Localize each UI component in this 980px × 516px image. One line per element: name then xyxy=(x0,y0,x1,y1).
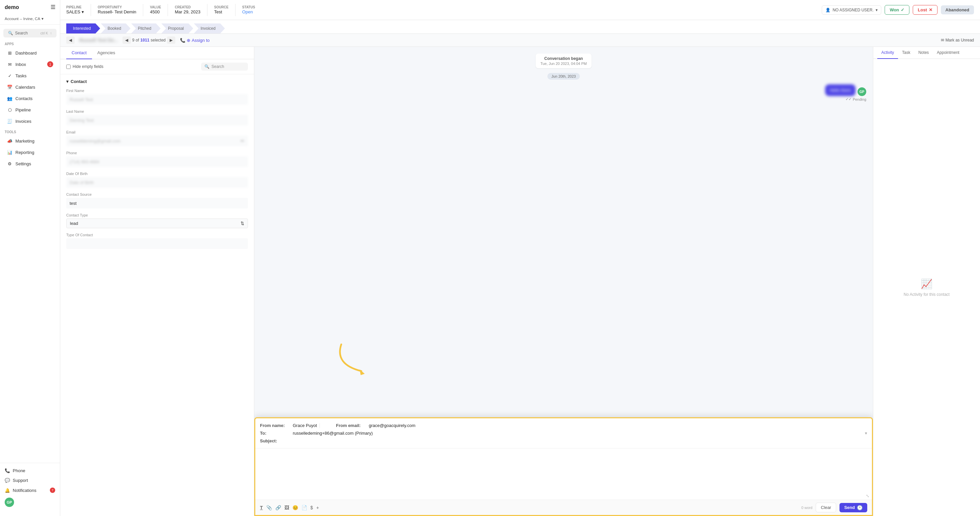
to-dropdown-icon[interactable]: ▾ xyxy=(865,431,867,436)
user-avatar: GP xyxy=(5,498,14,507)
contact-type-select[interactable]: lead ⇅ xyxy=(66,218,248,228)
contact-name: Russell Test De... xyxy=(79,37,118,43)
sidebar-item-reporting[interactable]: 📊 Reporting xyxy=(2,147,58,158)
checkmark-icon: ✓✓ xyxy=(845,97,851,101)
pipeline-stages: Interested Booked Pitched Proposal Invoi… xyxy=(60,20,980,34)
tasks-icon: ✓ xyxy=(7,73,13,79)
first-name-field: First Name Russell Test xyxy=(66,89,248,105)
hide-empty-toggle[interactable]: Hide empty fields xyxy=(66,64,103,69)
support-icon: 💬 xyxy=(5,478,10,483)
notification-icon: 🔔 xyxy=(5,488,10,493)
tab-contact[interactable]: Contact xyxy=(66,47,92,59)
sidebar-item-notifications[interactable]: 🔔 Notifications 7 xyxy=(0,485,60,495)
activity-content: 📈 No Activity for this contact xyxy=(873,59,980,516)
next-page-button[interactable]: ▶ xyxy=(167,37,175,44)
email-value[interactable]: russelldeming@gmail.com ✏ xyxy=(66,135,248,146)
image-icon[interactable]: 🖼 xyxy=(285,505,289,510)
sidebar-item-profile[interactable]: GP xyxy=(0,495,60,509)
pipeline-value[interactable]: SALES ▾ xyxy=(66,10,84,14)
marketing-icon: 📣 xyxy=(7,138,13,144)
tab-task[interactable]: Task xyxy=(898,47,915,59)
left-panel: Contact Agencies Hide empty fields 🔍 Sea… xyxy=(60,47,254,516)
compose-body: ⤡ xyxy=(255,448,872,500)
sidebar-item-settings[interactable]: ⚙ Settings xyxy=(2,158,58,169)
sidebar-item-inbox[interactable]: ✉ Inbox 1 xyxy=(2,59,58,70)
stage-invoiced[interactable]: Invoiced xyxy=(194,24,225,33)
edit-icon[interactable]: ✏ xyxy=(240,138,245,143)
close-icon: ✕ xyxy=(929,7,932,13)
won-button[interactable]: Won ✓ xyxy=(885,5,909,15)
stage-interested[interactable]: Interested xyxy=(66,24,100,33)
template-icon[interactable]: 📄 xyxy=(301,505,307,510)
abandoned-button[interactable]: Abandoned xyxy=(941,5,974,14)
last-name-field: Last Name Deming Test xyxy=(66,110,248,126)
sidebar-item-invoices[interactable]: 🧾 Invoices xyxy=(2,116,58,126)
email-icon: ✉ xyxy=(941,38,944,43)
from-name-row: From name: Grace Puyot From email: grace… xyxy=(260,422,867,429)
divider-4 xyxy=(207,4,207,16)
topbar: Pipeline SALES ▾ Opportunity Russell- Te… xyxy=(60,0,980,20)
stage-pitched[interactable]: Pitched xyxy=(131,24,161,33)
search-icon: 🔍 xyxy=(8,31,13,35)
attach-icon[interactable]: 📎 xyxy=(266,505,272,510)
lost-button[interactable]: Lost ✕ xyxy=(913,5,937,15)
compose-body-input[interactable] xyxy=(260,452,867,495)
reporting-icon: 📊 xyxy=(7,149,13,155)
sender-avatar: GP xyxy=(858,88,866,96)
menu-icon[interactable]: ☰ xyxy=(51,4,55,10)
resize-handle[interactable]: ⤡ xyxy=(866,494,869,498)
divider-5 xyxy=(235,4,235,16)
prev-contact-button[interactable]: ◀ xyxy=(66,37,75,44)
message-bubble-wrapper: Hello there GP ✓✓ Pending xyxy=(825,84,866,101)
custom-value-icon[interactable]: $ xyxy=(310,505,313,510)
search-bar[interactable]: 🔍 Search ctrl K ↑ xyxy=(3,29,57,37)
stage-booked[interactable]: Booked xyxy=(101,24,130,33)
clear-button[interactable]: Clear xyxy=(816,503,836,512)
sidebar-item-dashboard[interactable]: ⊞ Dashboard xyxy=(2,48,58,58)
hide-empty-checkbox-input[interactable] xyxy=(66,65,71,69)
format-text-icon[interactable]: T xyxy=(260,505,263,510)
tab-notes[interactable]: Notes xyxy=(915,47,933,59)
date-label: Jun 20th, 2023 xyxy=(547,73,580,80)
field-search[interactable]: 🔍 Search xyxy=(201,62,248,71)
right-tabs: Activity Task Notes Appointment xyxy=(873,47,980,59)
middle-panel: Conversation began Tue, Jun 20 2023, 04:… xyxy=(254,47,873,516)
type-of-contact-value xyxy=(66,238,248,249)
contacts-icon: 👥 xyxy=(7,96,13,101)
panel-toolbar: Hide empty fields 🔍 Search xyxy=(60,59,254,74)
link-icon[interactable]: 🔗 xyxy=(275,505,281,510)
phone-small-icon: 📞 xyxy=(180,38,185,43)
phone-icon: 📞 xyxy=(5,468,10,473)
prev-page-button[interactable]: ◀ xyxy=(123,37,131,44)
tab-activity[interactable]: Activity xyxy=(877,47,898,59)
sidebar-item-contacts[interactable]: 👥 Contacts xyxy=(2,93,58,104)
status-section: Status Open xyxy=(242,5,255,14)
send-button[interactable]: Send 🕐 xyxy=(840,503,867,512)
sidebar: demo ☰ Account -- Irvine, CA ▾ 🔍 Search … xyxy=(0,0,60,516)
sidebar-item-phone[interactable]: 📞 Phone xyxy=(0,466,60,476)
email-compose-panel: From name: Grace Puyot From email: grace… xyxy=(254,417,873,516)
account-selector[interactable]: Account -- Irvine, CA ▾ xyxy=(0,14,60,25)
settings-icon: ⚙ xyxy=(7,161,13,167)
sidebar-item-marketing[interactable]: 📣 Marketing xyxy=(2,135,58,146)
assign-to-button[interactable]: 📞 ⊕ Assign to xyxy=(180,38,210,43)
stage-proposal[interactable]: Proposal xyxy=(161,24,193,33)
subheader: ◀ Russell Test De... ◀ 9 of 1011 selecte… xyxy=(60,34,980,47)
mark-unread-button[interactable]: ✉ Mark as Unread xyxy=(941,38,974,43)
emoji-icon[interactable]: 😊 xyxy=(293,505,298,510)
add-icon[interactable]: + xyxy=(316,505,319,510)
sidebar-item-pipeline[interactable]: ⬡ Pipeline xyxy=(2,104,58,115)
contact-section-header[interactable]: ▾ Contact xyxy=(66,79,248,84)
tab-agencies[interactable]: Agencies xyxy=(92,47,121,59)
phone-value: (714) 993-4684 xyxy=(66,156,248,167)
sidebar-item-calendars[interactable]: 📅 Calendars xyxy=(2,82,58,92)
tab-appointment[interactable]: Appointment xyxy=(933,47,963,59)
pagination: ◀ 9 of 1011 selected ▶ xyxy=(123,37,175,44)
sidebar-item-support[interactable]: 💬 Support xyxy=(0,476,60,485)
bubble-status: ✓✓ Pending xyxy=(825,97,866,101)
subject-input[interactable] xyxy=(293,438,867,443)
source-value: Test xyxy=(214,10,229,14)
sidebar-item-tasks[interactable]: ✓ Tasks xyxy=(2,70,58,81)
opportunity-section: Opportunity Russell- Test Demin xyxy=(98,5,136,14)
assigned-user-dropdown[interactable]: 👤 NO ASSIGNED USER. ▾ xyxy=(822,5,881,15)
